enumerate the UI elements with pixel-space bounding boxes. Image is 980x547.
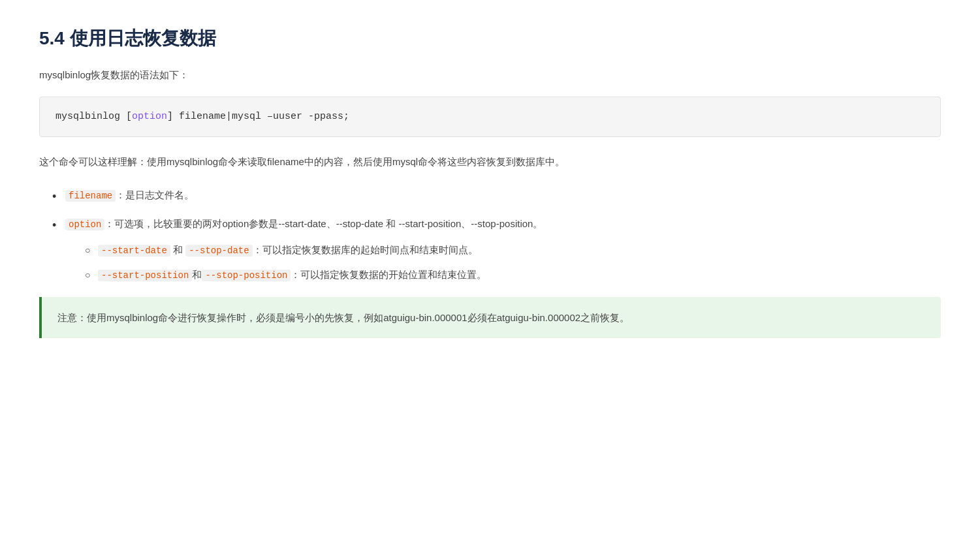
code-suffix: ] filename|mysql –uuser -ppass; — [167, 111, 349, 122]
intro-text: mysqlbinlog恢复数据的语法如下： — [39, 67, 941, 84]
date-connector: 和 — [170, 244, 185, 255]
note-box: 注意：使用mysqlbinlog命令进行恢复操作时，必须是编号小的先恢复，例如a… — [39, 297, 941, 338]
sub-item-position: --start-position和--stop-position：可以指定恢复数… — [85, 266, 941, 284]
start-position-code: --start-position — [98, 270, 192, 281]
option-code: option — [65, 219, 104, 230]
code-prefix: mysqlbinlog [ — [55, 111, 132, 122]
filename-text: ：是日志文件名。 — [116, 189, 194, 200]
position-connector: 和 — [192, 269, 202, 280]
position-text: ：可以指定恢复数据的开始位置和结束位置。 — [291, 269, 486, 280]
option-text: ：可选项，比较重要的两对option参数是--start-date、--stop… — [104, 218, 543, 229]
description-text: 这个命令可以这样理解：使用mysqlbinlog命令来读取filename中的内… — [39, 153, 941, 170]
code-block: mysqlbinlog [option] filename|mysql –uus… — [39, 97, 941, 137]
bullet-list: filename：是日志文件名。 option：可选项，比较重要的两对optio… — [39, 186, 941, 285]
page-title: 5.4 使用日志恢复数据 — [39, 26, 941, 51]
start-date-code: --start-date — [98, 245, 170, 257]
sub-item-date: --start-date 和 --stop-date：可以指定恢复数据库的起始时… — [85, 241, 941, 259]
code-option-word: option — [132, 111, 167, 122]
list-item-filename: filename：是日志文件名。 — [52, 186, 941, 204]
filename-code: filename — [65, 190, 116, 202]
stop-date-code: --stop-date — [185, 245, 252, 257]
sub-list: --start-date 和 --stop-date：可以指定恢复数据库的起始时… — [65, 241, 941, 284]
stop-position-code: --stop-position — [202, 270, 291, 281]
date-text: ：可以指定恢复数据库的起始时间点和结束时间点。 — [253, 244, 478, 255]
list-item-option: option：可选项，比较重要的两对option参数是--start-date、… — [52, 215, 941, 285]
